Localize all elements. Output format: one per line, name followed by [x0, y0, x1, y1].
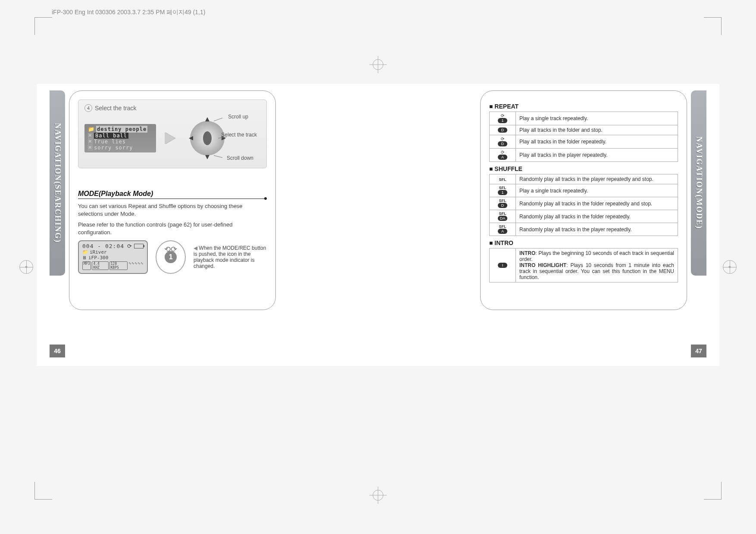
- table-row: SFLDRandomly play all tracks in the fold…: [490, 197, 678, 210]
- mode-note: When the MODE/REC button is pushed, the …: [194, 245, 267, 269]
- lcd-display: 004 - 02:04 ⟳ 📁iRiver 🗎iFP-300 MP3 4.4 K…: [78, 240, 148, 274]
- table-row: ⟳1Play a single track repeatedly.: [490, 112, 678, 125]
- table-row: ⟳DPlay all tracks in the folder repeated…: [490, 135, 678, 149]
- shuffle-header: SHUFFLE: [489, 165, 678, 172]
- content-frame-right: REPEAT ⟳1Play a single track repeatedly.…: [480, 90, 687, 310]
- side-tab-left: NAVIGATION(SEARCHING): [50, 90, 65, 276]
- joystick-up-label: Scroll up: [228, 114, 248, 120]
- step-box: 4 Select the track 📁destiny people MBall…: [78, 99, 267, 168]
- svg-marker-8: [205, 117, 209, 121]
- joystick-diagram: Scroll up Select the track Scroll down: [184, 115, 231, 162]
- side-tab-right: NAVIGATION(MODE): [691, 90, 706, 276]
- shuffle-table: SFLRandomly play all tracks in the playe…: [489, 174, 678, 236]
- svg-marker-9: [205, 155, 209, 159]
- page-left: NAVIGATION(SEARCHING) 46 4 Select the tr…: [37, 84, 378, 366]
- section-header-mode: MODE(Playback Mode): [78, 190, 267, 199]
- svg-line-12: [214, 118, 222, 121]
- step-number: 4: [84, 104, 92, 112]
- table-row: SFLRandomly play all tracks in the playe…: [490, 174, 678, 184]
- step-title: Select the track: [95, 105, 137, 112]
- mode-body-1: You can set various Repeat and Shuffle o…: [78, 202, 267, 217]
- svg-point-0: [373, 59, 383, 70]
- table-row: SFLDARandomly play all tracks in the fol…: [490, 210, 678, 223]
- intro-header: INTRO: [489, 239, 678, 246]
- repeat-table: ⟳1Play a single track repeatedly. DPlay …: [489, 112, 678, 162]
- content-frame-left: 4 Select the track 📁destiny people MBall…: [69, 90, 276, 310]
- arrow-right-icon: [165, 132, 175, 144]
- page-number-left: 46: [50, 345, 65, 357]
- page-number-right: 47: [691, 345, 706, 357]
- joystick-select-label: Select the track: [221, 132, 257, 138]
- mode-circle-icon: ⟲⟳ 1: [156, 240, 186, 274]
- page-right: NAVIGATION(MODE) 47 REPEAT ⟳1Play a sing…: [378, 84, 719, 366]
- track-list: 📁destiny people MBall ball MTrue lies Ms…: [84, 124, 156, 152]
- repeat-header: REPEAT: [489, 103, 678, 110]
- joystick-down-label: Scroll down: [227, 155, 253, 161]
- mode-body-2: Please refer to the function controls (p…: [78, 221, 267, 236]
- table-row: SFLARandomly play all tracks in the play…: [490, 223, 678, 236]
- intro-table: I INTRO: Plays the beginning 10 seconds …: [489, 248, 678, 283]
- table-row: I INTRO: Plays the beginning 10 seconds …: [490, 248, 678, 283]
- svg-point-3: [373, 490, 383, 500]
- svg-line-14: [214, 155, 222, 158]
- table-row: DPlay all tracks in the folder and stop.: [490, 125, 678, 135]
- table-row: SFL1Play a single track repeatedly.: [490, 184, 678, 197]
- svg-point-7: [203, 131, 212, 145]
- table-row: ⟳APlay all tracks in the player repeated…: [490, 149, 678, 162]
- source-filepath: iFP-300 Eng Int 030306 2003.3.7 2:35 PM …: [52, 9, 205, 16]
